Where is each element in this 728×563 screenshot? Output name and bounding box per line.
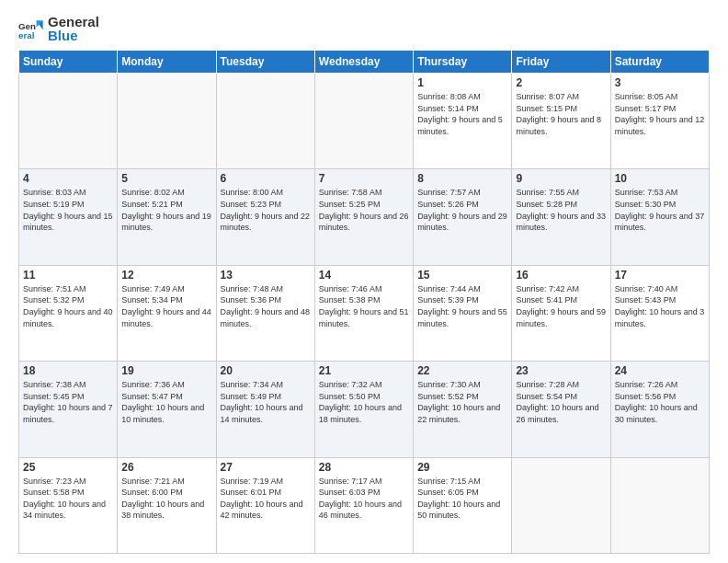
day-info: Sunrise: 7:15 AMSunset: 6:05 PMDaylight:…: [417, 476, 507, 522]
day-number: 10: [615, 172, 705, 185]
calendar-cell: 10Sunrise: 7:53 AMSunset: 5:30 PMDayligh…: [610, 169, 709, 265]
calendar-cell: 12Sunrise: 7:49 AMSunset: 5:34 PMDayligh…: [118, 265, 216, 361]
day-info: Sunrise: 7:32 AMSunset: 5:50 PMDaylight:…: [319, 379, 409, 425]
day-info: Sunrise: 8:00 AMSunset: 5:23 PMDaylight:…: [221, 187, 311, 233]
day-number: 12: [121, 269, 211, 282]
day-info: Sunrise: 7:53 AMSunset: 5:30 PMDaylight:…: [615, 187, 705, 233]
day-info: Sunrise: 7:42 AMSunset: 5:41 PMDaylight:…: [516, 283, 606, 329]
calendar-cell: 3Sunrise: 8:05 AMSunset: 5:17 PMDaylight…: [610, 74, 709, 169]
calendar-cell: 1Sunrise: 8:08 AMSunset: 5:14 PMDaylight…: [414, 74, 512, 169]
calendar-cell: [216, 74, 314, 169]
svg-text:eral: eral: [18, 30, 35, 40]
day-number: 6: [221, 172, 311, 185]
day-number: 4: [23, 172, 113, 185]
day-number: 16: [516, 269, 606, 282]
calendar-cell: 29Sunrise: 7:15 AMSunset: 6:05 PMDayligh…: [414, 457, 512, 553]
day-info: Sunrise: 7:30 AMSunset: 5:52 PMDaylight:…: [417, 379, 507, 425]
day-number: 26: [121, 461, 211, 474]
calendar-cell: 20Sunrise: 7:34 AMSunset: 5:49 PMDayligh…: [216, 362, 314, 457]
calendar-cell: 26Sunrise: 7:21 AMSunset: 6:00 PMDayligh…: [118, 457, 216, 553]
calendar-cell: 6Sunrise: 8:00 AMSunset: 5:23 PMDaylight…: [216, 169, 314, 265]
week-row-5: 25Sunrise: 7:23 AMSunset: 5:58 PMDayligh…: [19, 457, 710, 553]
calendar-cell: 4Sunrise: 8:03 AMSunset: 5:19 PMDaylight…: [19, 169, 118, 265]
day-number: 21: [319, 364, 409, 377]
day-number: 5: [121, 172, 211, 185]
calendar-cell: [314, 74, 413, 169]
calendar-cell: 18Sunrise: 7:38 AMSunset: 5:45 PMDayligh…: [19, 362, 118, 457]
calendar-cell: [19, 74, 118, 169]
day-info: Sunrise: 7:51 AMSunset: 5:32 PMDaylight:…: [23, 283, 113, 329]
day-number: 15: [417, 269, 507, 282]
day-info: Sunrise: 7:57 AMSunset: 5:26 PMDaylight:…: [417, 187, 507, 233]
day-number: 1: [417, 76, 507, 89]
day-info: Sunrise: 7:17 AMSunset: 6:03 PMDaylight:…: [319, 476, 409, 522]
calendar-cell: 15Sunrise: 7:44 AMSunset: 5:39 PMDayligh…: [414, 265, 512, 361]
day-info: Sunrise: 7:21 AMSunset: 6:00 PMDaylight:…: [121, 476, 211, 522]
day-number: 23: [516, 364, 606, 377]
logo: Gen eral General Blue: [18, 15, 99, 42]
calendar-cell: 22Sunrise: 7:30 AMSunset: 5:52 PMDayligh…: [414, 362, 512, 457]
calendar-cell: [512, 457, 610, 553]
calendar-cell: 19Sunrise: 7:36 AMSunset: 5:47 PMDayligh…: [118, 362, 216, 457]
week-row-2: 4Sunrise: 8:03 AMSunset: 5:19 PMDaylight…: [19, 169, 710, 265]
calendar-cell: 27Sunrise: 7:19 AMSunset: 6:01 PMDayligh…: [216, 457, 314, 553]
day-number: 13: [221, 269, 311, 282]
day-info: Sunrise: 7:49 AMSunset: 5:34 PMDaylight:…: [121, 283, 211, 329]
day-number: 25: [23, 461, 113, 474]
day-info: Sunrise: 7:48 AMSunset: 5:36 PMDaylight:…: [221, 283, 311, 329]
calendar-cell: 24Sunrise: 7:26 AMSunset: 5:56 PMDayligh…: [610, 362, 709, 457]
header: Gen eral General Blue: [18, 15, 710, 42]
day-number: 18: [23, 364, 113, 377]
calendar-cell: 23Sunrise: 7:28 AMSunset: 5:54 PMDayligh…: [512, 362, 610, 457]
day-number: 19: [121, 364, 211, 377]
weekday-monday: Monday: [118, 51, 216, 74]
week-row-4: 18Sunrise: 7:38 AMSunset: 5:45 PMDayligh…: [19, 362, 710, 457]
day-number: 3: [615, 76, 705, 89]
calendar-cell: [118, 74, 216, 169]
calendar-cell: 7Sunrise: 7:58 AMSunset: 5:25 PMDaylight…: [314, 169, 413, 265]
calendar-cell: 16Sunrise: 7:42 AMSunset: 5:41 PMDayligh…: [512, 265, 610, 361]
day-info: Sunrise: 8:05 AMSunset: 5:17 PMDaylight:…: [615, 91, 705, 137]
day-number: 2: [516, 76, 606, 89]
day-number: 11: [23, 269, 113, 282]
logo-icon: Gen eral: [18, 16, 44, 41]
week-row-1: 1Sunrise: 8:08 AMSunset: 5:14 PMDaylight…: [19, 74, 710, 169]
calendar-cell: [610, 457, 709, 553]
day-number: 27: [221, 461, 311, 474]
calendar-cell: 2Sunrise: 8:07 AMSunset: 5:15 PMDaylight…: [512, 74, 610, 169]
day-info: Sunrise: 8:08 AMSunset: 5:14 PMDaylight:…: [417, 91, 507, 137]
day-info: Sunrise: 7:19 AMSunset: 6:01 PMDaylight:…: [221, 476, 311, 522]
day-info: Sunrise: 7:26 AMSunset: 5:56 PMDaylight:…: [615, 379, 705, 425]
day-number: 14: [319, 269, 409, 282]
weekday-tuesday: Tuesday: [216, 51, 314, 74]
weekday-friday: Friday: [512, 51, 610, 74]
calendar-cell: 8Sunrise: 7:57 AMSunset: 5:26 PMDaylight…: [414, 169, 512, 265]
day-info: Sunrise: 7:55 AMSunset: 5:28 PMDaylight:…: [516, 187, 606, 233]
day-info: Sunrise: 7:23 AMSunset: 5:58 PMDaylight:…: [23, 476, 113, 522]
day-info: Sunrise: 8:03 AMSunset: 5:19 PMDaylight:…: [23, 187, 113, 233]
calendar-cell: 13Sunrise: 7:48 AMSunset: 5:36 PMDayligh…: [216, 265, 314, 361]
day-info: Sunrise: 7:34 AMSunset: 5:49 PMDaylight:…: [221, 379, 311, 425]
day-number: 7: [319, 172, 409, 185]
day-info: Sunrise: 8:07 AMSunset: 5:15 PMDaylight:…: [516, 91, 606, 137]
calendar-cell: 11Sunrise: 7:51 AMSunset: 5:32 PMDayligh…: [19, 265, 118, 361]
day-number: 28: [319, 461, 409, 474]
day-info: Sunrise: 7:44 AMSunset: 5:39 PMDaylight:…: [417, 283, 507, 329]
calendar-cell: 25Sunrise: 7:23 AMSunset: 5:58 PMDayligh…: [19, 457, 118, 553]
day-info: Sunrise: 8:02 AMSunset: 5:21 PMDaylight:…: [121, 187, 211, 233]
page: Gen eral General Blue SundayMondayTuesda…: [0, 0, 728, 563]
weekday-wednesday: Wednesday: [314, 51, 413, 74]
calendar-table: SundayMondayTuesdayWednesdayThursdayFrid…: [18, 50, 710, 554]
calendar-cell: 5Sunrise: 8:02 AMSunset: 5:21 PMDaylight…: [118, 169, 216, 265]
day-info: Sunrise: 7:38 AMSunset: 5:45 PMDaylight:…: [23, 379, 113, 425]
logo-blue: Blue: [48, 28, 78, 43]
day-info: Sunrise: 7:58 AMSunset: 5:25 PMDaylight:…: [319, 187, 409, 233]
day-info: Sunrise: 7:28 AMSunset: 5:54 PMDaylight:…: [516, 379, 606, 425]
day-number: 24: [615, 364, 705, 377]
day-number: 20: [221, 364, 311, 377]
calendar-cell: 21Sunrise: 7:32 AMSunset: 5:50 PMDayligh…: [314, 362, 413, 457]
day-number: 9: [516, 172, 606, 185]
day-number: 29: [417, 461, 507, 474]
week-row-3: 11Sunrise: 7:51 AMSunset: 5:32 PMDayligh…: [19, 265, 710, 361]
day-info: Sunrise: 7:46 AMSunset: 5:38 PMDaylight:…: [319, 283, 409, 329]
